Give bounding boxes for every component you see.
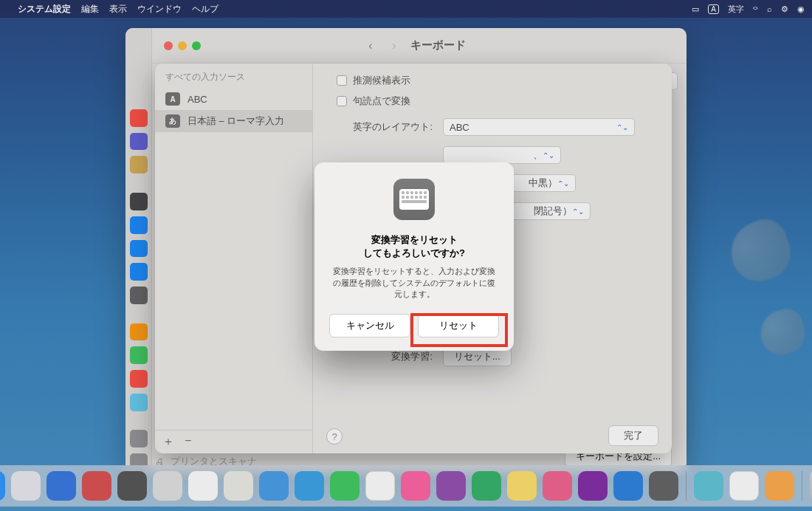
dialog-body: 変換学習をリセットすると、入力および変換の履歴を削除してシステムのデフォルトに復…	[329, 266, 499, 300]
dialog-title-line2: してもよろしいですか?	[363, 247, 465, 258]
dialog-title-line1: 変換学習をリセット	[371, 234, 458, 245]
reset-confirm-button[interactable]: リセット	[418, 314, 499, 337]
reset-confirm-dialog: 変換学習をリセット してもよろしいですか? 変換学習をリセットすると、入力および…	[314, 162, 514, 351]
cancel-button[interactable]: キャンセル	[329, 314, 410, 337]
keyboard-icon	[393, 179, 435, 220]
